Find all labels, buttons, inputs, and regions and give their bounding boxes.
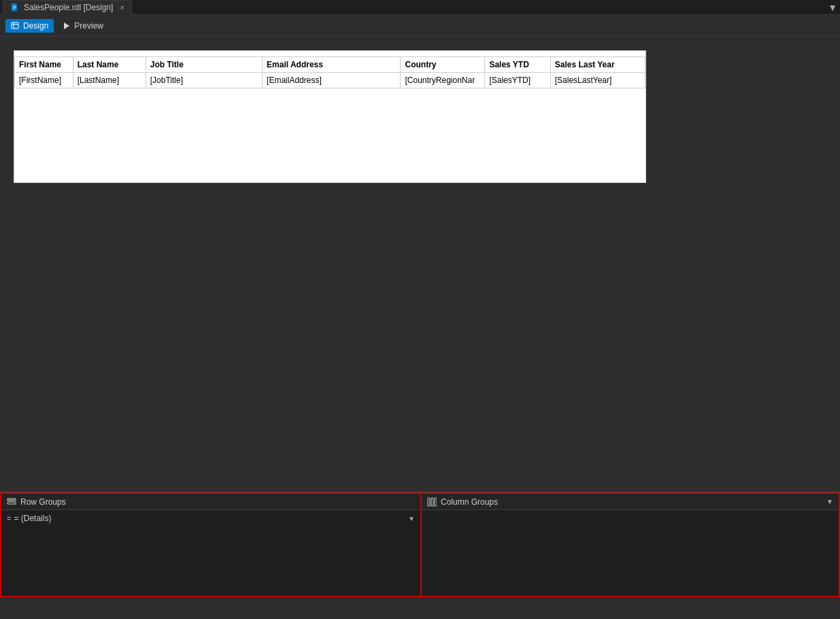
data-row: [FirstName] [LastName] [JobTitle] [Email… [15, 73, 645, 88]
file-tab[interactable]: SalesPeople.rdl [Design] × [3, 0, 132, 15]
title-bar-dropdown[interactable]: ▼ [828, 2, 837, 13]
details-dropdown-arrow[interactable]: ▼ [408, 515, 415, 522]
header-lastname[interactable]: Last Name [73, 57, 146, 73]
document-icon [10, 3, 20, 12]
report-table: First Name Last Name Job Title Email Add… [14, 56, 645, 88]
column-groups-label: Column Groups [441, 497, 498, 507]
column-groups-dropdown[interactable]: ▼ [826, 498, 833, 505]
column-groups-icon [427, 497, 437, 507]
row-groups-panel: Row Groups = = (Details) ▼ [0, 492, 422, 597]
header-jobtitle[interactable]: Job Title [146, 57, 262, 73]
svg-rect-13 [431, 498, 433, 506]
preview-icon [62, 21, 71, 31]
cell-jobtitle[interactable]: [JobTitle] [146, 73, 262, 88]
title-bar: SalesPeople.rdl [Design] × ▼ [0, 0, 840, 15]
column-groups-content [422, 510, 839, 596]
design-icon [11, 21, 20, 31]
row-groups-header: Row Groups [1, 494, 420, 510]
cell-lastname[interactable]: [LastName] [73, 73, 146, 88]
header-email[interactable]: Email Address [263, 57, 401, 73]
tab-close-button[interactable]: × [120, 3, 124, 12]
svg-rect-12 [428, 498, 430, 506]
details-label: = (Details) [14, 514, 51, 523]
details-group-text: = = (Details) [7, 514, 51, 523]
svg-rect-10 [7, 502, 16, 504]
column-groups-panel: Column Groups ▼ [422, 492, 840, 597]
svg-marker-8 [64, 22, 69, 29]
equals-icon: = [7, 514, 11, 522]
header-firstname[interactable]: First Name [15, 57, 73, 73]
row-groups-label: Row Groups [20, 497, 66, 507]
bottom-panels: Row Groups = = (Details) ▼ [0, 492, 840, 597]
column-groups-header: Column Groups ▼ [422, 494, 839, 510]
design-label: Design [23, 21, 48, 31]
details-group-item[interactable]: = = (Details) ▼ [1, 512, 420, 525]
row-groups-icon [7, 497, 16, 507]
header-country[interactable]: Country [401, 57, 485, 73]
svg-rect-14 [435, 498, 437, 506]
header-salesytd[interactable]: Sales YTD [485, 57, 550, 73]
cell-country[interactable]: [CountryRegionNar [401, 73, 485, 88]
preview-label: Preview [74, 21, 103, 31]
svg-rect-1 [16, 3, 18, 5]
header-row: First Name Last Name Job Title Email Add… [15, 57, 645, 73]
cell-salesytd[interactable]: [SalesYTD] [485, 73, 550, 88]
preview-button[interactable]: Preview [56, 19, 109, 33]
header-saleslastyear[interactable]: Sales Last Year [550, 57, 645, 73]
main-layout: Design Preview First Name Last Name Job … [0, 15, 840, 597]
tab-strip: SalesPeople.rdl [Design] × [3, 0, 132, 15]
report-surface[interactable]: First Name Last Name Job Title Email Add… [14, 50, 646, 183]
svg-rect-5 [12, 22, 18, 29]
cell-email[interactable]: [EmailAddress] [263, 73, 401, 88]
tab-label: SalesPeople.rdl [Design] [24, 3, 113, 12]
cell-firstname[interactable]: [FirstName] [15, 73, 73, 88]
row-groups-content: = = (Details) ▼ [1, 510, 420, 596]
canvas-area: First Name Last Name Job Title Email Add… [0, 37, 840, 492]
design-button[interactable]: Design [5, 19, 54, 33]
cell-saleslastyear[interactable]: [SalesLastYear] [550, 73, 645, 88]
toolbar: Design Preview [0, 15, 840, 37]
